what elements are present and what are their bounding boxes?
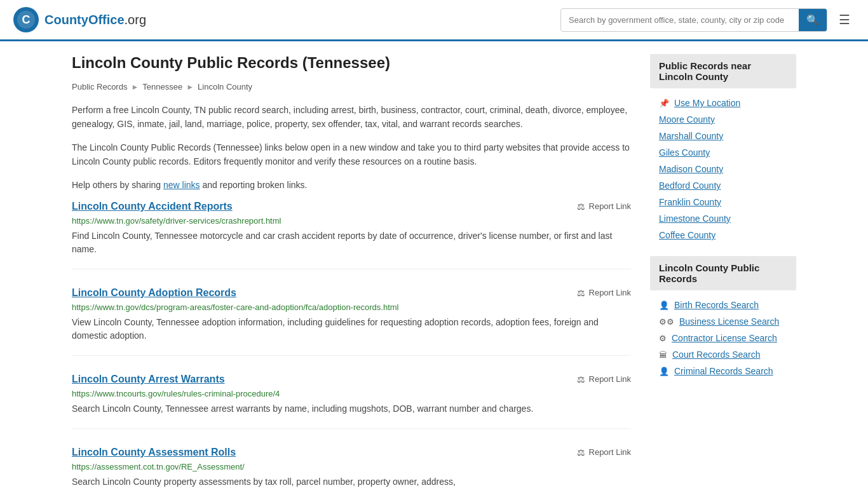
record-entry: Lincoln County Adoption Records ⚖ Report… — [72, 287, 631, 356]
record-url[interactable]: https://www.tn.gov/dcs/program-areas/fos… — [72, 302, 631, 312]
nearby-header: Public Records near Lincoln County — [650, 54, 796, 88]
lincoln-record-item: 👤 Criminal Records Search — [650, 363, 796, 379]
breadcrumb-tennessee[interactable]: Tennessee — [142, 82, 182, 92]
lincoln-records-header: Lincoln County Public Records — [650, 256, 796, 290]
nearby-county-item: Madison County — [650, 161, 796, 177]
logo-area: C CountyOffice.org — [13, 6, 146, 33]
nearby-county-link[interactable]: Giles County — [659, 147, 710, 158]
nearby-county-item: Giles County — [650, 144, 796, 161]
site-logo-icon: C — [13, 6, 39, 33]
location-pin-icon: 📌 — [659, 98, 669, 108]
nearby-county-link[interactable]: Coffee County — [659, 230, 715, 240]
main-container: Lincoln County Public Records (Tennessee… — [53, 41, 815, 488]
lincoln-record-item: ⚙⚙ Business License Search — [650, 313, 796, 330]
page-title: Lincoln County Public Records (Tennessee… — [72, 54, 631, 72]
sidebar: Public Records near Lincoln County 📌 Use… — [650, 54, 796, 488]
nearby-county-link[interactable]: Marshall County — [659, 131, 723, 141]
nearby-county-item: Moore County — [650, 111, 796, 128]
record-type-icon: 👤 — [659, 301, 669, 310]
search-input[interactable] — [561, 10, 799, 30]
use-my-location: 📌 Use My Location — [650, 95, 796, 111]
record-type-icon: ⚙ — [659, 334, 667, 343]
report-link-label: Report Link — [589, 201, 631, 211]
record-header: Lincoln County Assessment Rolls ⚖ Report… — [72, 447, 631, 458]
record-type-icon: 👤 — [659, 367, 669, 376]
record-title[interactable]: Lincoln County Assessment Rolls — [72, 447, 236, 458]
search-bar: 🔍 — [560, 8, 827, 32]
lincoln-record-link[interactable]: Contractor License Search — [672, 333, 777, 343]
nearby-county-link[interactable]: Moore County — [659, 114, 715, 125]
record-desc: Search Lincoln County, Tennessee arrest … — [72, 402, 631, 416]
record-title[interactable]: Lincoln County Adoption Records — [72, 287, 236, 299]
report-icon: ⚖ — [577, 374, 585, 384]
description-2: The Lincoln County Public Records (Tenne… — [72, 140, 631, 169]
record-title[interactable]: Lincoln County Accident Reports — [72, 201, 233, 212]
report-link[interactable]: ⚖ Report Link — [577, 201, 631, 212]
record-entry: Lincoln County Assessment Rolls ⚖ Report… — [72, 447, 631, 488]
report-link[interactable]: ⚖ Report Link — [577, 447, 631, 458]
nearby-county-item: Limestone County — [650, 210, 796, 227]
nearby-counties-list: Moore CountyMarshall CountyGiles CountyM… — [650, 111, 796, 243]
description-3: Help others by sharing new links and rep… — [72, 178, 631, 192]
menu-button[interactable]: ☰ — [834, 10, 855, 30]
search-button[interactable]: 🔍 — [799, 9, 827, 31]
nearby-county-item: Franklin County — [650, 194, 796, 210]
record-url[interactable]: https://assessment.cot.tn.gov/RE_Assessm… — [72, 462, 631, 471]
svg-text:C: C — [22, 13, 31, 26]
lincoln-records-list: 👤 Birth Records Search ⚙⚙ Business Licen… — [650, 297, 796, 379]
record-entry: Lincoln County Accident Reports ⚖ Report… — [72, 201, 631, 269]
report-link[interactable]: ⚖ Report Link — [577, 374, 631, 384]
report-link-label: Report Link — [589, 288, 631, 297]
nearby-county-item: Coffee County — [650, 227, 796, 243]
report-link[interactable]: ⚖ Report Link — [577, 288, 631, 298]
record-url[interactable]: https://www.tn.gov/safety/driver-service… — [72, 216, 631, 226]
lincoln-records-section: Lincoln County Public Records 👤 Birth Re… — [650, 256, 796, 379]
record-url[interactable]: https://www.tncourts.gov/rules/rules-cri… — [72, 389, 631, 398]
record-title[interactable]: Lincoln County Arrest Warrants — [72, 374, 225, 385]
breadcrumb-public-records[interactable]: Public Records — [72, 82, 127, 92]
record-type-icon: ⚙⚙ — [659, 317, 674, 327]
record-desc: View Lincoln County, Tennessee adoption … — [72, 316, 631, 342]
site-header: C CountyOffice.org 🔍 ☰ — [0, 0, 868, 41]
header-right: 🔍 ☰ — [560, 8, 855, 32]
use-my-location-link[interactable]: Use My Location — [674, 98, 740, 108]
nearby-county-item: Marshall County — [650, 128, 796, 144]
nearby-county-item: Bedford County — [650, 177, 796, 194]
nearby-section: Public Records near Lincoln County 📌 Use… — [650, 54, 796, 243]
report-icon: ⚖ — [577, 288, 585, 298]
record-desc: Find Lincoln County, Tennessee motorcycl… — [72, 229, 631, 256]
description-1: Perform a free Lincoln County, TN public… — [72, 103, 631, 132]
lincoln-record-item: ⚙ Contractor License Search — [650, 330, 796, 346]
lincoln-record-link[interactable]: Birth Records Search — [674, 300, 759, 310]
content-area: Lincoln County Public Records (Tennessee… — [72, 54, 631, 488]
nearby-county-link[interactable]: Madison County — [659, 164, 723, 174]
record-entry: Lincoln County Arrest Warrants ⚖ Report … — [72, 374, 631, 429]
lincoln-record-item: 🏛 Court Records Search — [650, 346, 796, 363]
breadcrumb-lincoln-county: Lincoln County — [198, 82, 252, 92]
nearby-county-link[interactable]: Franklin County — [659, 197, 721, 207]
record-header: Lincoln County Adoption Records ⚖ Report… — [72, 287, 631, 299]
lincoln-record-link[interactable]: Business License Search — [679, 316, 779, 327]
records-container: Lincoln County Accident Reports ⚖ Report… — [72, 201, 631, 488]
report-link-label: Report Link — [589, 374, 631, 384]
nearby-county-link[interactable]: Limestone County — [659, 214, 731, 224]
record-desc: Search Lincoln County property assessmen… — [72, 475, 631, 488]
lincoln-record-item: 👤 Birth Records Search — [650, 297, 796, 313]
report-link-label: Report Link — [589, 447, 631, 457]
new-links-link[interactable]: new links — [163, 180, 200, 190]
nearby-county-link[interactable]: Bedford County — [659, 180, 721, 191]
report-icon: ⚖ — [577, 201, 585, 212]
lincoln-record-link[interactable]: Court Records Search — [672, 349, 761, 360]
lincoln-record-link[interactable]: Criminal Records Search — [674, 366, 773, 376]
report-icon: ⚖ — [577, 447, 585, 458]
record-header: Lincoln County Accident Reports ⚖ Report… — [72, 201, 631, 212]
logo-text: CountyOffice.org — [44, 13, 146, 27]
record-type-icon: 🏛 — [659, 350, 667, 360]
breadcrumb: Public Records ► Tennessee ► Lincoln Cou… — [72, 82, 631, 92]
record-header: Lincoln County Arrest Warrants ⚖ Report … — [72, 374, 631, 385]
